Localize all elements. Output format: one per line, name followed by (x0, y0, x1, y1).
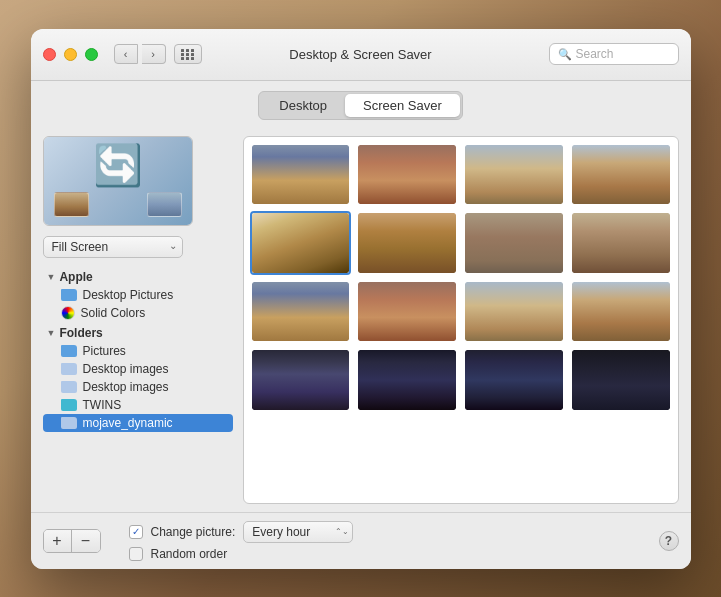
thumbnail-image (465, 145, 563, 205)
apple-section-label: Apple (59, 270, 92, 284)
tab-desktop[interactable]: Desktop (261, 94, 345, 117)
change-picture-checkbox[interactable]: ✓ (129, 525, 143, 539)
sidebar-tree: ▼ Apple Desktop Pictures Solid Colors (43, 268, 233, 504)
thumbnail-item[interactable] (250, 348, 352, 412)
sidebar-item-desktop-images-2[interactable]: Desktop images (43, 378, 233, 396)
thumbnail-image (572, 350, 670, 410)
back-icon: ‹ (124, 48, 128, 60)
folder-icon (61, 345, 77, 357)
sidebar-item-desktop-pictures[interactable]: Desktop Pictures (43, 286, 233, 304)
thumbnail-grid-panel (243, 136, 679, 504)
thumbnail-item[interactable] (570, 211, 672, 275)
thumbnail-image (465, 213, 563, 273)
remove-button[interactable]: − (72, 530, 100, 552)
back-button[interactable]: ‹ (114, 44, 138, 64)
thumbnail-item[interactable] (570, 280, 672, 344)
thumbnail-item[interactable] (250, 280, 352, 344)
grid-dots-icon (181, 49, 195, 60)
maximize-button[interactable] (85, 48, 98, 61)
thumbnail-image (358, 350, 456, 410)
forward-icon: › (151, 48, 155, 60)
thumbnail-item[interactable] (463, 143, 565, 207)
thumbnail-item[interactable] (570, 143, 672, 207)
sidebar-item-label: Pictures (83, 344, 126, 358)
tabs-bar: Desktop Screen Saver (31, 81, 691, 128)
right-panel (243, 136, 679, 504)
traffic-lights (43, 48, 98, 61)
left-panel: 🔄 Fill Screen Fit to Screen Stretch to F… (43, 136, 233, 504)
sidebar-item-label: mojave_dynamic (83, 416, 173, 430)
thumbnail-item[interactable] (570, 348, 672, 412)
random-order-label: Random order (151, 547, 228, 561)
window-title: Desktop & Screen Saver (289, 47, 431, 62)
sidebar-item-label: Desktop images (83, 362, 169, 376)
thumbnail-image (572, 213, 670, 273)
titlebar: ‹ › Desktop & Screen Saver 🔍 Search (31, 29, 691, 81)
bottom-bar: + − ✓ Change picture: Every 5 seconds Ev… (31, 512, 691, 569)
folder-icon (61, 417, 77, 429)
sidebar-item-solid-colors[interactable]: Solid Colors (43, 304, 233, 322)
sidebar-item-label: Desktop images (83, 380, 169, 394)
add-remove-buttons: + − (43, 529, 101, 553)
add-button[interactable]: + (44, 530, 72, 552)
thumbnail-item[interactable] (250, 143, 352, 207)
app-grid-button[interactable] (174, 44, 202, 64)
thumbnail-item[interactable] (356, 280, 458, 344)
thumbnail-item[interactable] (463, 280, 565, 344)
change-picture-label: Change picture: (151, 525, 236, 539)
nav-buttons: ‹ › (114, 44, 166, 64)
tab-screensaver[interactable]: Screen Saver (345, 94, 460, 117)
preview-image: 🔄 (44, 137, 192, 225)
fill-dropdown-wrapper: Fill Screen Fit to Screen Stretch to Fil… (43, 236, 183, 258)
thumbnail-image (252, 282, 350, 342)
folder-cyan-icon (61, 399, 77, 411)
thumbnail-image (252, 213, 350, 273)
thumbnail-item[interactable] (356, 348, 458, 412)
thumbnail-item[interactable] (356, 143, 458, 207)
fill-dropdown: Fill Screen Fit to Screen Stretch to Fil… (43, 236, 233, 258)
random-order-checkbox[interactable]: ✓ (129, 547, 143, 561)
color-wheel-icon (61, 306, 75, 320)
tab-group: Desktop Screen Saver (258, 91, 462, 120)
thumbnail-item-selected[interactable] (250, 211, 352, 275)
sidebar-item-mojave-dynamic[interactable]: mojave_dynamic (43, 414, 233, 432)
fill-select[interactable]: Fill Screen Fit to Screen Stretch to Fil… (43, 236, 183, 258)
interval-dropdown-wrapper: Every 5 seconds Every minute Every 5 min… (243, 521, 353, 543)
folder-blue-icon (61, 289, 77, 301)
thumbnail-item[interactable] (356, 211, 458, 275)
folder-icon (61, 363, 77, 375)
thumbnail-image (358, 213, 456, 273)
search-placeholder: Search (576, 47, 614, 61)
sidebar-item-label: Desktop Pictures (83, 288, 174, 302)
folders-section-label: Folders (59, 326, 102, 340)
sidebar-item-desktop-images-1[interactable]: Desktop images (43, 360, 233, 378)
tree-header-folders[interactable]: ▼ Folders (43, 324, 233, 342)
thumbnail-image (358, 282, 456, 342)
thumbnail-image (252, 350, 350, 410)
tree-section-folders: ▼ Folders Pictures Desktop images Deskto… (43, 324, 233, 432)
main-content: 🔄 Fill Screen Fit to Screen Stretch to F… (31, 128, 691, 512)
collapse-arrow-icon: ▼ (47, 328, 56, 338)
thumbnail-image (572, 282, 670, 342)
sidebar-item-pictures[interactable]: Pictures (43, 342, 233, 360)
tree-header-apple[interactable]: ▼ Apple (43, 268, 233, 286)
thumbnail-image (572, 145, 670, 205)
sidebar-item-twins[interactable]: TWINS (43, 396, 233, 414)
thumbnail-image (465, 350, 563, 410)
folder-icon (61, 381, 77, 393)
sidebar-item-label: TWINS (83, 398, 122, 412)
interval-select[interactable]: Every 5 seconds Every minute Every 5 min… (243, 521, 353, 543)
thumbnail-item[interactable] (463, 348, 565, 412)
thumbnail-image (252, 145, 350, 205)
search-box[interactable]: 🔍 Search (549, 43, 679, 65)
sidebar-item-label: Solid Colors (81, 306, 146, 320)
thumbnail-item[interactable] (463, 211, 565, 275)
thumbnail-image (358, 145, 456, 205)
minimize-button[interactable] (64, 48, 77, 61)
close-button[interactable] (43, 48, 56, 61)
tree-section-apple: ▼ Apple Desktop Pictures Solid Colors (43, 268, 233, 322)
help-button[interactable]: ? (659, 531, 679, 551)
thumbnail-image (465, 282, 563, 342)
forward-button[interactable]: › (142, 44, 166, 64)
desktop-screensaver-window: ‹ › Desktop & Screen Saver 🔍 Search Desk… (31, 29, 691, 569)
